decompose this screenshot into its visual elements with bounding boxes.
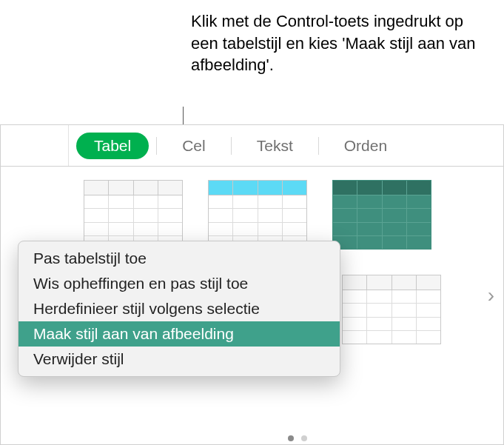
tab-tabel[interactable]: Tabel: [76, 133, 149, 159]
styles-next-page-button[interactable]: ›: [488, 284, 494, 307]
page-indicator: [288, 435, 307, 441]
table-thumb-grid: [84, 181, 182, 249]
tab-bar: Tabel Cel Tekst Orden: [1, 125, 503, 167]
tab-cel[interactable]: Cel: [164, 133, 224, 159]
page-dot-1[interactable]: [288, 435, 294, 441]
menu-item-redefine-style[interactable]: Herdefinieer stijl volgens selectie: [19, 296, 340, 321]
page-dot-2[interactable]: [301, 435, 307, 441]
callout-instruction: Klik met de Control-toets ingedrukt op e…: [191, 10, 487, 76]
table-style-thumb-4[interactable]: [342, 275, 441, 344]
table-style-thumb-2[interactable]: [208, 180, 307, 250]
table-thumb-grid: [209, 181, 306, 249]
context-menu: Pas tabelstijl toe Wis opheffingen en pa…: [18, 241, 340, 377]
tab-divider: [156, 137, 157, 155]
chevron-right-icon: ›: [488, 284, 494, 307]
tab-divider: [318, 137, 319, 155]
tab-tekst[interactable]: Tekst: [239, 133, 311, 159]
tab-orden[interactable]: Orden: [326, 133, 405, 159]
tab-divider: [231, 137, 232, 155]
menu-item-delete-style[interactable]: Verwijder stijl: [19, 347, 340, 372]
menu-item-clear-overrides[interactable]: Wis opheffingen en pas stijl toe: [19, 271, 340, 296]
menu-item-create-style-from-image[interactable]: Maak stijl aan van afbeelding: [19, 321, 340, 347]
table-style-thumb-1[interactable]: [84, 180, 183, 250]
table-thumb-grid: [333, 181, 431, 249]
table-styles-row: [84, 180, 490, 250]
table-style-thumb-3[interactable]: [332, 180, 431, 250]
menu-item-apply-style[interactable]: Pas tabelstijl toe: [19, 246, 340, 271]
tab-bar-spacer: [11, 125, 69, 166]
table-thumb-grid: [343, 275, 440, 344]
